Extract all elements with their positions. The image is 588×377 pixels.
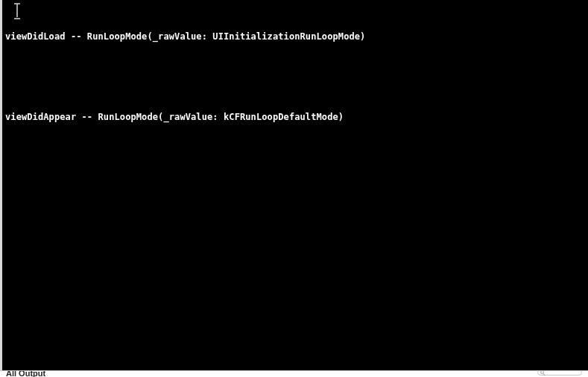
search-icon — [540, 370, 546, 376]
console-filter-input[interactable] — [537, 370, 582, 376]
debug-console-frame: viewDidLoad -- RunLoopMode(_rawValue: UI… — [0, 0, 588, 377]
console-line: viewDidLoad -- RunLoopMode(_rawValue: UI… — [5, 30, 585, 43]
console-bottom-bar: All Output — [0, 370, 588, 377]
console-blank-line — [5, 70, 585, 83]
console-line: viewDidAppear -- RunLoopMode(_rawValue: … — [5, 110, 585, 124]
bottom-bar-right-controls — [537, 370, 582, 376]
output-filter-dropdown[interactable]: All Output — [6, 370, 45, 377]
text-cursor-icon — [14, 4, 20, 18]
console-output-area[interactable]: viewDidLoad -- RunLoopMode(_rawValue: UI… — [2, 0, 588, 370]
